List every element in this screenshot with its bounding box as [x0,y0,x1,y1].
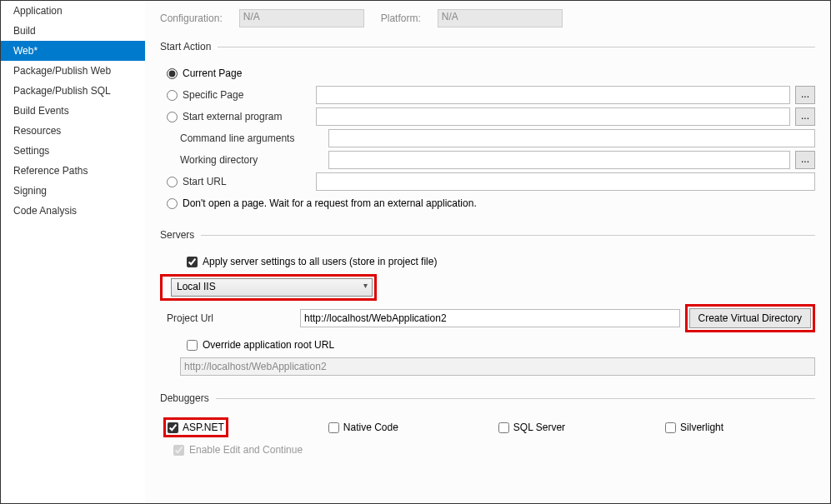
input-specific-page[interactable] [316,86,790,104]
radio-start-url[interactable] [167,177,178,187]
check-native[interactable] [328,422,339,433]
label-enable-ec: Enable Edit and Continue [189,444,303,456]
label-aspnet: ASP.NET [183,422,224,433]
platform-select[interactable]: N/A [438,9,563,27]
label-project-url: Project Url [167,312,300,324]
sidebar-item-package-web[interactable]: Package/Publish Web [1,61,145,81]
sidebar-item-application[interactable]: Application [1,1,145,21]
sidebar-item-settings[interactable]: Settings [1,141,145,161]
check-aspnet[interactable] [168,422,178,433]
sidebar-item-web[interactable]: Web* [1,41,145,61]
start-action-title: Start Action [160,41,218,52]
input-working-dir[interactable] [328,151,790,169]
sidebar-item-resources[interactable]: Resources [1,121,145,141]
create-vdir-button[interactable]: Create Virtual Directory [689,308,812,328]
input-root-url [180,357,815,376]
servers-group: Servers Apply server settings to all use… [160,229,815,384]
sidebar-item-build[interactable]: Build [1,21,145,41]
configuration-label: Configuration: [160,12,223,24]
platform-label: Platform: [381,12,421,24]
check-sql[interactable] [498,422,509,433]
label-dont-open: Don't open a page. Wait for a request fr… [183,197,477,209]
label-silverlight: Silverlight [680,422,723,433]
label-cmd-args: Command line arguments [180,132,328,144]
browse-specific-page-button[interactable]: ... [795,86,815,104]
highlight-create-vdir: Create Virtual Directory [685,304,816,332]
highlight-aspnet: ASP.NET [163,417,228,437]
input-cmd-args[interactable] [328,129,815,147]
server-dropdown[interactable]: Local IIS [171,278,373,297]
label-override-root: Override application root URL [203,339,334,351]
label-specific-page: Specific Page [183,89,316,101]
main-panel: Configuration: N/A Platform: N/A Start A… [145,1,830,503]
browse-working-dir-button[interactable]: ... [795,151,815,169]
sidebar-item-code-analysis[interactable]: Code Analysis [1,201,145,221]
sidebar-item-build-events[interactable]: Build Events [1,101,145,121]
servers-title: Servers [160,229,201,241]
highlight-server-dropdown: Local IIS [160,274,377,301]
label-sql: SQL Server [513,422,565,433]
input-external-program[interactable] [316,107,790,126]
radio-external-program[interactable] [167,112,178,122]
check-override-root[interactable] [187,340,198,351]
configuration-select[interactable]: N/A [239,9,364,27]
label-start-url: Start URL [183,176,316,187]
input-project-url[interactable] [300,309,680,327]
debuggers-group: Debuggers ASP.NET Native Code SQL Server [160,392,815,467]
radio-current-page[interactable] [167,68,178,79]
label-native: Native Code [343,422,398,433]
sidebar-item-signing[interactable]: Signing [1,181,145,201]
label-external-program: Start external program [183,111,316,122]
sidebar-item-reference-paths[interactable]: Reference Paths [1,161,145,181]
sidebar: Application Build Web* Package/Publish W… [1,1,145,503]
radio-specific-page[interactable] [167,90,178,101]
input-start-url[interactable] [316,172,815,191]
label-apply-all: Apply server settings to all users (stor… [203,256,437,267]
check-apply-all[interactable] [187,257,198,267]
debuggers-title: Debuggers [160,392,216,404]
start-action-group: Start Action Current Page Specific Page … [160,41,815,221]
check-silverlight[interactable] [665,422,676,433]
label-working-dir: Working directory [180,154,328,166]
check-enable-ec [173,445,184,456]
browse-external-program-button[interactable]: ... [795,107,815,126]
label-current-page: Current Page [183,67,242,79]
radio-dont-open[interactable] [167,198,178,209]
sidebar-item-package-sql[interactable]: Package/Publish SQL [1,81,145,101]
